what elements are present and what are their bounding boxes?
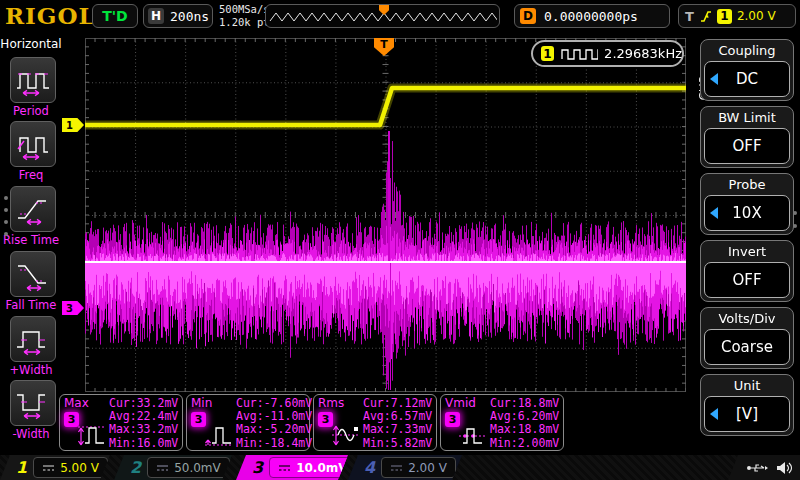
measure-freq-button[interactable] bbox=[10, 121, 56, 167]
channel-number: 3 bbox=[252, 458, 263, 477]
measure-period-button[interactable] bbox=[10, 57, 56, 103]
ch1-offset-marker[interactable]: 1 bbox=[62, 118, 84, 132]
menu-value: OFF bbox=[732, 137, 761, 155]
channel-number: 1 bbox=[16, 458, 27, 477]
channel-menu: CH3 Coupling DC BW Limit OFF Probe 10X I… bbox=[690, 33, 800, 455]
measure-risetime-button[interactable] bbox=[10, 186, 56, 232]
measure-period-label: Period bbox=[0, 104, 62, 118]
measurement-vmid[interactable]: Vmid 3 Cur:18.8mV Avg:6.20mV Max:18.8mV … bbox=[440, 394, 564, 451]
menu-item-invert[interactable]: Invert OFF bbox=[700, 240, 794, 302]
ch3-marker-label: 3 bbox=[66, 303, 73, 314]
channel1-status[interactable]: 1 5.00 V bbox=[0, 455, 110, 480]
trigger-source-badge: 1 bbox=[717, 9, 732, 24]
measurement-max[interactable]: Max 3 Cur:33.2mV Avg:22.4mV Max:33.2mV M… bbox=[59, 394, 183, 451]
measurement-name: Rms bbox=[318, 396, 344, 410]
measurement-name: Max bbox=[64, 396, 89, 410]
measure-pwidth-button[interactable] bbox=[10, 316, 56, 362]
measure-pwidth-label: +Width bbox=[0, 363, 62, 377]
menu-value: 10X bbox=[732, 204, 761, 222]
minus-width-icon bbox=[14, 384, 52, 422]
measure-menu-title: Horizontal bbox=[0, 37, 62, 51]
measurement-row: Min:5.82mV bbox=[363, 437, 432, 450]
measurement-row: Max:7.33mV bbox=[363, 423, 432, 436]
menu-label: Unit bbox=[701, 375, 793, 396]
dc-coupling-icon bbox=[390, 464, 403, 472]
status-bar: RIGOL T'D H 200ns 500MSa/s 1.20k pts D 0… bbox=[0, 0, 800, 34]
menu-value: [V] bbox=[736, 405, 758, 423]
channel-scale: 2.00 V bbox=[408, 461, 447, 475]
measurement-name: Min bbox=[191, 396, 212, 410]
measure-risetime-label: Rise Time bbox=[0, 233, 62, 247]
menu-item-probe[interactable]: Probe 10X bbox=[700, 173, 794, 235]
menu-value: OFF bbox=[732, 271, 761, 289]
trigger-frequency-readout: 1 2.29683kHz bbox=[531, 40, 684, 67]
dc-coupling-icon bbox=[278, 464, 291, 472]
menu-label: BW Limit bbox=[701, 107, 793, 128]
trigger-status-badge: T'D bbox=[92, 4, 138, 28]
freq-source-badge: 1 bbox=[541, 46, 554, 61]
waveform-display bbox=[85, 38, 686, 392]
channel-number: 2 bbox=[130, 458, 141, 477]
max-icon bbox=[76, 421, 106, 449]
channel2-status[interactable]: 2 50.0mV bbox=[114, 455, 232, 480]
menu-page-dot bbox=[793, 211, 797, 215]
horizontal-timebase-readout: H 200ns bbox=[143, 4, 213, 28]
channel3-status[interactable]: 3 10.0mV bbox=[236, 455, 348, 480]
ch3-offset-marker[interactable]: 3 bbox=[62, 301, 84, 315]
menu-page-dot bbox=[4, 196, 8, 200]
system-icons bbox=[728, 455, 800, 480]
measurement-row: Min:-18.4mV bbox=[236, 437, 312, 450]
channel-scale: 5.00 V bbox=[60, 461, 99, 475]
menu-page-dot bbox=[4, 232, 8, 236]
measurement-panel: Max 3 Cur:33.2mV Avg:22.4mV Max:33.2mV M… bbox=[59, 394, 564, 451]
plus-width-icon bbox=[14, 320, 52, 358]
delay-chip: D bbox=[520, 8, 536, 24]
left-measure-menu: Horizontal Period Freq Rise Time bbox=[0, 33, 62, 455]
waveform-area: 1 3 T 1 2.29683kHz bbox=[62, 33, 690, 455]
measurement-row: Max:-5.20mV bbox=[236, 423, 312, 436]
measure-falltime-label: Fall Time bbox=[0, 298, 62, 312]
measure-nwidth-button[interactable] bbox=[10, 380, 56, 426]
menu-label: Volts/Div bbox=[701, 308, 793, 329]
measurement-row: Min:2.00mV bbox=[490, 437, 559, 450]
channel-status-bar: 1 5.00 V 2 50.0mV 3 10 bbox=[0, 455, 800, 480]
menu-page-dot bbox=[4, 208, 8, 212]
min-icon bbox=[203, 421, 233, 449]
menu-page-dot bbox=[793, 224, 797, 228]
fall-time-icon bbox=[14, 255, 52, 293]
trigger-level-value: 2.00 V bbox=[737, 9, 776, 23]
rising-edge-icon bbox=[699, 8, 712, 24]
menu-item-coupling[interactable]: Coupling DC bbox=[700, 39, 794, 101]
timebase-value: 200ns bbox=[170, 9, 209, 24]
menu-label: Invert bbox=[701, 241, 793, 262]
ch1-marker-label: 1 bbox=[66, 120, 73, 131]
vmid-icon bbox=[457, 421, 487, 449]
measurement-min[interactable]: Min 3 Cur:-7.60mV Avg:-11.0mV Max:-5.20m… bbox=[186, 394, 310, 451]
measure-freq-label: Freq bbox=[0, 168, 62, 182]
trigger-status-text: T'D bbox=[102, 8, 127, 24]
measure-falltime-button[interactable] bbox=[10, 251, 56, 297]
channel4-status[interactable]: 4 2.00 V bbox=[348, 455, 462, 480]
waveform-memory-preview[interactable] bbox=[265, 4, 500, 28]
measurement-row: Max:18.8mV bbox=[490, 423, 559, 436]
menu-item-bwlimit[interactable]: BW Limit OFF bbox=[700, 106, 794, 168]
measure-nwidth-label: -Width bbox=[0, 427, 62, 441]
chevron-left-icon bbox=[710, 408, 718, 420]
measurement-name: Vmid bbox=[445, 396, 476, 410]
chevron-left-icon bbox=[710, 73, 718, 85]
oscilloscope-screen: RIGOL T'D H 200ns 500MSa/s 1.20k pts D 0… bbox=[0, 0, 800, 480]
chevron-left-icon bbox=[710, 207, 718, 219]
square-wave-icon bbox=[560, 47, 598, 61]
h-chip: H bbox=[148, 8, 164, 24]
dc-coupling-icon bbox=[42, 464, 55, 472]
menu-label: Probe bbox=[701, 174, 793, 195]
trigger-letter: T bbox=[685, 9, 694, 24]
measurement-rms[interactable]: Rms 3 Cur:7.12mV Avg:6.57mV Max:7.33mV M… bbox=[313, 394, 437, 451]
menu-item-voltsdiv[interactable]: Volts/Div Coarse bbox=[700, 307, 794, 369]
channel-scale: 10.0mV bbox=[296, 461, 347, 475]
period-icon bbox=[14, 61, 52, 99]
menu-value: Coarse bbox=[721, 338, 773, 356]
usb-icon bbox=[746, 462, 768, 474]
rise-time-icon bbox=[14, 190, 52, 228]
menu-item-unit[interactable]: Unit [V] bbox=[700, 374, 794, 436]
